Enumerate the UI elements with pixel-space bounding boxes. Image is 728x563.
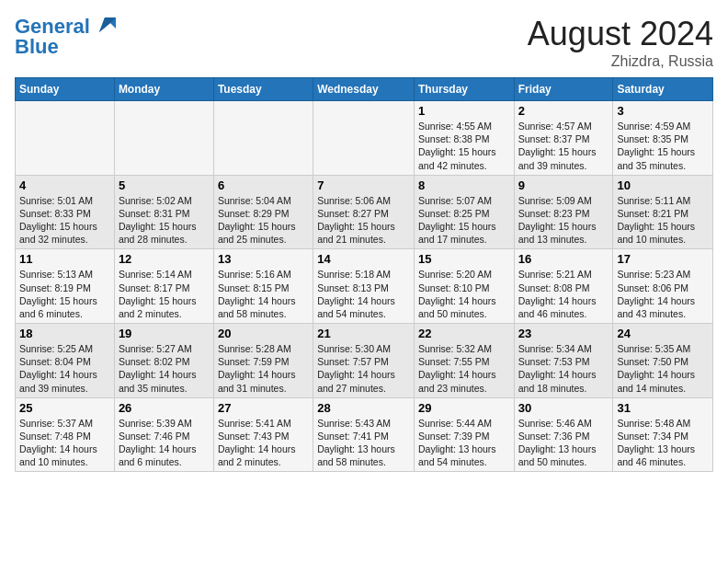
day-info: Sunrise: 5:06 AM Sunset: 8:27 PM Dayligh… xyxy=(317,194,410,247)
calendar-cell: 29Sunrise: 5:44 AM Sunset: 7:39 PM Dayli… xyxy=(414,397,514,472)
calendar-cell: 21Sunrise: 5:30 AM Sunset: 7:57 PM Dayli… xyxy=(313,324,415,398)
calendar-cell: 2Sunrise: 4:57 AM Sunset: 8:37 PM Daylig… xyxy=(514,101,613,176)
calendar-cell: 9Sunrise: 5:09 AM Sunset: 8:23 PM Daylig… xyxy=(514,175,613,249)
calendar-cell: 20Sunrise: 5:28 AM Sunset: 7:59 PM Dayli… xyxy=(213,324,313,398)
day-info: Sunrise: 5:35 AM Sunset: 7:50 PM Dayligh… xyxy=(617,342,709,395)
weekday-header-wednesday: Wednesday xyxy=(313,78,415,101)
day-number: 28 xyxy=(317,401,410,415)
weekday-header-thursday: Thursday xyxy=(414,78,514,101)
week-row-3: 11Sunrise: 5:13 AM Sunset: 8:19 PM Dayli… xyxy=(16,249,713,324)
logo: General Blue xyxy=(15,15,116,59)
day-info: Sunrise: 5:20 AM Sunset: 8:10 PM Dayligh… xyxy=(418,268,510,320)
day-number: 27 xyxy=(218,401,309,415)
day-info: Sunrise: 5:25 AM Sunset: 8:04 PM Dayligh… xyxy=(19,342,110,395)
calendar-cell xyxy=(114,101,213,176)
day-info: Sunrise: 5:16 AM Sunset: 8:15 PM Dayligh… xyxy=(218,268,309,320)
day-info: Sunrise: 5:18 AM Sunset: 8:13 PM Dayligh… xyxy=(317,268,410,320)
day-info: Sunrise: 5:11 AM Sunset: 8:21 PM Dayligh… xyxy=(617,194,709,247)
week-row-2: 4Sunrise: 5:01 AM Sunset: 8:33 PM Daylig… xyxy=(16,175,713,249)
day-number: 20 xyxy=(218,327,309,340)
calendar-cell xyxy=(16,101,115,176)
main-title: August 2024 xyxy=(528,15,713,53)
day-info: Sunrise: 5:34 AM Sunset: 7:53 PM Dayligh… xyxy=(518,342,609,395)
calendar-cell: 23Sunrise: 5:34 AM Sunset: 7:53 PM Dayli… xyxy=(514,324,613,398)
day-info: Sunrise: 5:28 AM Sunset: 7:59 PM Dayligh… xyxy=(218,342,309,395)
day-number: 23 xyxy=(518,327,609,340)
day-info: Sunrise: 4:59 AM Sunset: 8:35 PM Dayligh… xyxy=(617,120,709,172)
day-info: Sunrise: 5:13 AM Sunset: 8:19 PM Dayligh… xyxy=(19,268,110,320)
day-number: 22 xyxy=(418,327,510,340)
calendar-cell: 8Sunrise: 5:07 AM Sunset: 8:25 PM Daylig… xyxy=(414,175,514,249)
day-number: 1 xyxy=(418,104,510,118)
weekday-header-sunday: Sunday xyxy=(16,78,115,101)
day-number: 18 xyxy=(19,327,110,340)
day-info: Sunrise: 4:55 AM Sunset: 8:38 PM Dayligh… xyxy=(418,120,510,172)
calendar-cell: 14Sunrise: 5:18 AM Sunset: 8:13 PM Dayli… xyxy=(313,249,415,324)
day-info: Sunrise: 4:57 AM Sunset: 8:37 PM Dayligh… xyxy=(518,120,609,172)
calendar-cell: 24Sunrise: 5:35 AM Sunset: 7:50 PM Dayli… xyxy=(613,324,713,398)
calendar-cell: 5Sunrise: 5:02 AM Sunset: 8:31 PM Daylig… xyxy=(114,175,213,249)
day-number: 16 xyxy=(518,252,609,266)
day-info: Sunrise: 5:46 AM Sunset: 7:36 PM Dayligh… xyxy=(518,417,609,469)
day-info: Sunrise: 5:21 AM Sunset: 8:08 PM Dayligh… xyxy=(518,268,609,320)
day-number: 4 xyxy=(19,178,110,192)
calendar-cell xyxy=(213,101,313,176)
day-number: 11 xyxy=(19,252,110,266)
weekday-header-saturday: Saturday xyxy=(613,78,713,101)
calendar-table: SundayMondayTuesdayWednesdayThursdayFrid… xyxy=(15,77,713,472)
day-number: 17 xyxy=(617,252,709,266)
day-info: Sunrise: 5:27 AM Sunset: 8:02 PM Dayligh… xyxy=(119,342,210,395)
logo-icon xyxy=(92,14,116,38)
day-number: 5 xyxy=(119,178,210,192)
day-number: 29 xyxy=(418,401,510,415)
calendar-cell: 30Sunrise: 5:46 AM Sunset: 7:36 PM Dayli… xyxy=(514,397,613,472)
calendar-cell: 17Sunrise: 5:23 AM Sunset: 8:06 PM Dayli… xyxy=(613,249,713,324)
day-number: 13 xyxy=(218,252,309,266)
day-number: 19 xyxy=(119,327,210,340)
day-number: 8 xyxy=(418,178,510,192)
day-number: 3 xyxy=(617,104,709,118)
day-info: Sunrise: 5:07 AM Sunset: 8:25 PM Dayligh… xyxy=(418,194,510,247)
calendar-cell: 31Sunrise: 5:48 AM Sunset: 7:34 PM Dayli… xyxy=(613,397,713,472)
day-info: Sunrise: 5:43 AM Sunset: 7:41 PM Dayligh… xyxy=(317,417,410,469)
calendar-cell: 25Sunrise: 5:37 AM Sunset: 7:48 PM Dayli… xyxy=(16,397,115,472)
day-info: Sunrise: 5:48 AM Sunset: 7:34 PM Dayligh… xyxy=(617,417,709,469)
day-info: Sunrise: 5:01 AM Sunset: 8:33 PM Dayligh… xyxy=(19,194,110,247)
sub-title: Zhizdra, Russia xyxy=(528,53,713,70)
calendar-cell: 3Sunrise: 4:59 AM Sunset: 8:35 PM Daylig… xyxy=(613,101,713,176)
calendar-cell: 1Sunrise: 4:55 AM Sunset: 8:38 PM Daylig… xyxy=(414,101,514,176)
day-info: Sunrise: 5:37 AM Sunset: 7:48 PM Dayligh… xyxy=(19,417,110,469)
day-info: Sunrise: 5:14 AM Sunset: 8:17 PM Dayligh… xyxy=(119,268,210,320)
day-info: Sunrise: 5:30 AM Sunset: 7:57 PM Dayligh… xyxy=(317,342,410,395)
calendar-cell: 10Sunrise: 5:11 AM Sunset: 8:21 PM Dayli… xyxy=(613,175,713,249)
day-number: 15 xyxy=(418,252,510,266)
calendar-cell: 27Sunrise: 5:41 AM Sunset: 7:43 PM Dayli… xyxy=(213,397,313,472)
calendar-cell: 19Sunrise: 5:27 AM Sunset: 8:02 PM Dayli… xyxy=(114,324,213,398)
day-number: 14 xyxy=(317,252,410,266)
day-number: 30 xyxy=(518,401,609,415)
calendar-cell: 6Sunrise: 5:04 AM Sunset: 8:29 PM Daylig… xyxy=(213,175,313,249)
day-number: 24 xyxy=(617,327,709,340)
day-number: 31 xyxy=(617,401,709,415)
day-number: 2 xyxy=(518,104,609,118)
calendar-cell: 26Sunrise: 5:39 AM Sunset: 7:46 PM Dayli… xyxy=(114,397,213,472)
week-row-5: 25Sunrise: 5:37 AM Sunset: 7:48 PM Dayli… xyxy=(16,397,713,472)
weekday-header-row: SundayMondayTuesdayWednesdayThursdayFrid… xyxy=(16,78,713,101)
day-number: 25 xyxy=(19,401,110,415)
calendar-cell: 18Sunrise: 5:25 AM Sunset: 8:04 PM Dayli… xyxy=(16,324,115,398)
day-number: 9 xyxy=(518,178,609,192)
calendar-cell: 7Sunrise: 5:06 AM Sunset: 8:27 PM Daylig… xyxy=(313,175,415,249)
day-number: 12 xyxy=(119,252,210,266)
day-info: Sunrise: 5:04 AM Sunset: 8:29 PM Dayligh… xyxy=(218,194,309,247)
weekday-header-friday: Friday xyxy=(514,78,613,101)
day-info: Sunrise: 5:39 AM Sunset: 7:46 PM Dayligh… xyxy=(119,417,210,469)
day-info: Sunrise: 5:32 AM Sunset: 7:55 PM Dayligh… xyxy=(418,342,510,395)
day-number: 7 xyxy=(317,178,410,192)
day-number: 10 xyxy=(617,178,709,192)
calendar-cell: 13Sunrise: 5:16 AM Sunset: 8:15 PM Dayli… xyxy=(213,249,313,324)
day-info: Sunrise: 5:23 AM Sunset: 8:06 PM Dayligh… xyxy=(617,268,709,320)
calendar-cell: 11Sunrise: 5:13 AM Sunset: 8:19 PM Dayli… xyxy=(16,249,115,324)
calendar-cell: 4Sunrise: 5:01 AM Sunset: 8:33 PM Daylig… xyxy=(16,175,115,249)
day-info: Sunrise: 5:09 AM Sunset: 8:23 PM Dayligh… xyxy=(518,194,609,247)
day-number: 26 xyxy=(119,401,210,415)
